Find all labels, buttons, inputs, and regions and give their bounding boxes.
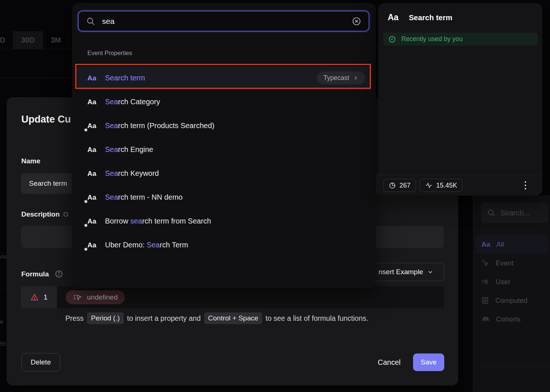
recently-used-label: Recently used by you bbox=[401, 35, 463, 43]
info-icon[interactable] bbox=[55, 270, 63, 278]
custom-text-type-icon: Aa✱ bbox=[87, 241, 100, 249]
custom-property-star: ✱ bbox=[84, 247, 87, 252]
result-search-term-products-searched[interactable]: Aa✱ Search term (Products Searched) bbox=[76, 114, 372, 138]
sidebar-item-label: All bbox=[496, 240, 504, 248]
modal-title: Update Cu bbox=[21, 114, 71, 125]
sidebar-item-event[interactable]: Event bbox=[473, 254, 550, 272]
text-type-icon: Aa bbox=[388, 12, 398, 22]
description-optional-label: O bbox=[64, 211, 68, 218]
text-type-icon: Aa bbox=[87, 170, 100, 178]
divider bbox=[0, 49, 72, 49]
sidebar-item-label: Computed bbox=[495, 297, 528, 305]
text-type-icon: Aa bbox=[481, 240, 490, 248]
divider bbox=[0, 289, 7, 289]
undefined-token-label: undefined bbox=[87, 293, 117, 301]
activity-icon bbox=[425, 182, 433, 189]
result-search-category[interactable]: Aa Search Category bbox=[76, 90, 372, 114]
formula-editor: 1 undefined bbox=[21, 286, 444, 308]
sidebar-search[interactable] bbox=[481, 203, 548, 223]
result-borrow-search-term[interactable]: Aa✱ Borrow search term from Search bbox=[76, 209, 372, 233]
tab-date-partial[interactable]: D bbox=[0, 31, 7, 49]
pie-chart-icon bbox=[389, 182, 396, 189]
cancel-button[interactable]: Cancel bbox=[378, 358, 401, 367]
error-count: 1 bbox=[44, 293, 48, 301]
sidebar-item-label: User bbox=[496, 278, 510, 286]
insert-example-label: nsert Example bbox=[379, 268, 423, 276]
date-range-tabs: D 30D 3M bbox=[0, 31, 69, 49]
save-button[interactable]: Save bbox=[413, 353, 444, 371]
delete-button[interactable]: Delete bbox=[21, 353, 60, 371]
tab-3m[interactable]: 3M bbox=[43, 31, 69, 49]
more-options-button[interactable] bbox=[523, 180, 528, 191]
formula-input[interactable]: undefined bbox=[57, 286, 444, 308]
chart-axis-fragment: e bbox=[0, 319, 3, 325]
sidebar-item-all[interactable]: Aa All bbox=[475, 235, 549, 254]
typecast-badge[interactable]: Typecast bbox=[317, 72, 365, 84]
kbd-period: Period (.) bbox=[87, 312, 124, 324]
sidebar-item-user[interactable]: User bbox=[473, 272, 550, 291]
chart-axis-fragment: 55 bbox=[0, 341, 6, 347]
distinct-values-stat[interactable]: 267 bbox=[383, 179, 416, 192]
property-type-sidebar: Aa All Event User Computed Cohorts bbox=[473, 195, 550, 392]
divider bbox=[0, 78, 72, 78]
hint-text: to see a list of formula functions. bbox=[265, 314, 368, 323]
tab-30d[interactable]: 30D bbox=[13, 31, 43, 49]
clock-icon bbox=[388, 35, 396, 43]
hint-text: to insert a property and bbox=[127, 314, 201, 323]
property-detail-footer: 267 15.45K bbox=[378, 175, 542, 196]
computed-icon bbox=[481, 297, 489, 304]
kbd-control-space: Control + Space bbox=[204, 312, 263, 324]
result-search-keyword[interactable]: Aa Search Keyword bbox=[76, 161, 372, 185]
warning-icon bbox=[30, 293, 39, 301]
property-result-list: Aa Search term Typecast Aa Search Catego… bbox=[76, 66, 372, 257]
undefined-token[interactable]: undefined bbox=[66, 290, 125, 304]
result-uber-demo-search-term[interactable]: Aa✱ Uber Demo: Search Term bbox=[76, 233, 372, 257]
result-search-term[interactable]: Aa Search term Typecast bbox=[76, 66, 372, 90]
name-label: Name bbox=[21, 157, 40, 165]
custom-property-star: ✱ bbox=[84, 199, 87, 204]
result-search-term-nn-demo[interactable]: Aa✱ Search term - NN demo bbox=[76, 185, 372, 209]
custom-property-star: ✱ bbox=[84, 128, 87, 133]
event-icon bbox=[481, 259, 489, 267]
formula-error-gutter: 1 bbox=[21, 286, 57, 308]
property-search-input[interactable] bbox=[102, 17, 345, 26]
property-search-dropdown: Event Properties Aa Search term Typecast… bbox=[72, 3, 376, 288]
recently-used-badge: Recently used by you bbox=[383, 33, 538, 46]
tab-divider bbox=[68, 31, 69, 49]
search-icon bbox=[86, 17, 95, 26]
custom-text-type-icon: Aa✱ bbox=[87, 122, 100, 130]
custom-property-star: ✱ bbox=[84, 223, 87, 228]
user-icon bbox=[481, 278, 489, 286]
search-icon bbox=[487, 208, 496, 217]
close-circle-icon bbox=[352, 17, 361, 26]
description-label: Description bbox=[21, 210, 60, 218]
cohorts-icon bbox=[481, 315, 490, 323]
event-volume-stat[interactable]: 15.45K bbox=[420, 179, 463, 192]
property-detail-title: Search term bbox=[409, 13, 452, 22]
sidebar-item-cohorts[interactable]: Cohorts bbox=[473, 310, 550, 329]
app-screen: D 30D 3M May e 55 Aa All Event User bbox=[0, 0, 550, 392]
property-search-box[interactable] bbox=[78, 11, 369, 32]
custom-text-type-icon: Aa✱ bbox=[87, 217, 100, 225]
sidebar-item-label: Cohorts bbox=[496, 315, 521, 323]
divider bbox=[473, 366, 550, 366]
text-type-icon: Aa bbox=[87, 146, 100, 154]
property-detail-panel: Aa Search term Recently used by you 267 … bbox=[378, 3, 542, 196]
hint-text: Press bbox=[65, 314, 84, 323]
text-type-icon: Aa bbox=[87, 98, 100, 106]
text-type-icon: Aa bbox=[87, 74, 100, 82]
formula-label: Formula bbox=[21, 270, 49, 278]
chevron-right-icon bbox=[353, 75, 358, 81]
sidebar-search-input[interactable] bbox=[500, 209, 543, 217]
result-search-engine[interactable]: Aa Search Engine bbox=[76, 138, 372, 161]
chevron-down-icon bbox=[427, 269, 434, 275]
clear-search-button[interactable] bbox=[352, 17, 361, 26]
event-property-icon bbox=[73, 294, 83, 301]
sidebar-item-label: Event bbox=[496, 259, 514, 267]
sidebar-item-computed[interactable]: Computed bbox=[473, 291, 550, 310]
custom-text-type-icon: Aa✱ bbox=[87, 193, 100, 202]
section-header-event-properties: Event Properties bbox=[87, 50, 132, 57]
formula-hint: Press Period (.) to insert a property an… bbox=[65, 312, 368, 324]
